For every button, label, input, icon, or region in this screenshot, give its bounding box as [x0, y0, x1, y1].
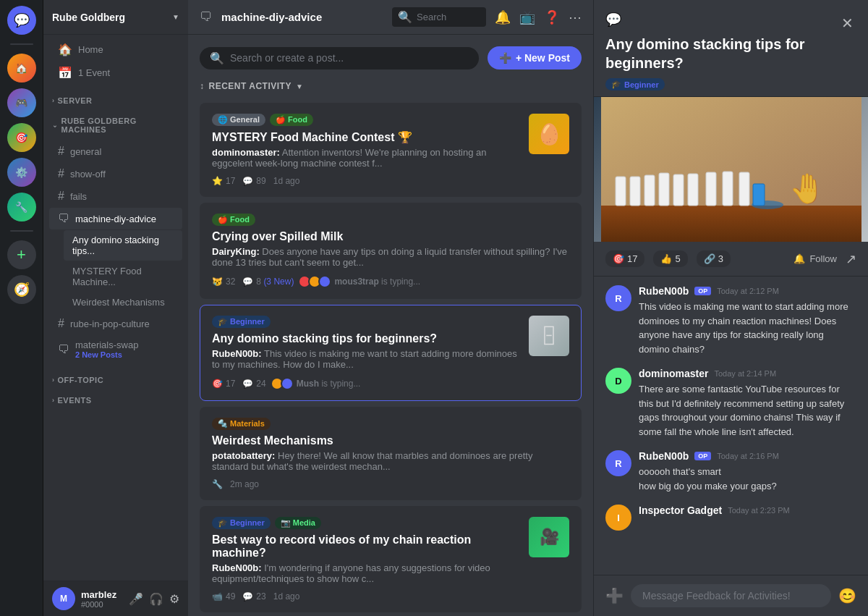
help-icon[interactable]: ❓ — [544, 9, 560, 25]
right-panel-title-row: 💬 ✕ — [605, 12, 856, 35]
svg-text:🤚: 🤚 — [789, 171, 825, 206]
sidebar-item-pop-culture[interactable]: # rube-in-pop-culture — [49, 313, 182, 334]
explore-button[interactable]: 🧭 — [7, 275, 36, 304]
server-icon-4[interactable]: ⚙️ — [7, 158, 36, 187]
share-button[interactable]: ↗ — [846, 251, 856, 267]
icon-bar: 💬 🏠 🎮 🎯 ⚙️ 🔧 + 🧭 — [0, 0, 43, 616]
inbox-icon[interactable]: 📺 — [519, 9, 535, 25]
channels-section: # general # show-off # fails 🗨 machine-d… — [43, 137, 188, 367]
sidebar-sub-weirdest[interactable]: Weirdest Mechanisms — [64, 292, 182, 312]
forum-search-bar[interactable]: 🔍 — [200, 47, 479, 69]
new-post-button[interactable]: ➕ + New Post — [488, 46, 582, 69]
weirdest-reaction: 🔧 — [212, 479, 223, 489]
forum-icon: 🗨 — [58, 212, 69, 225]
post-card-domino[interactable]: 🎓 Beginner Any domino stacking tips for … — [200, 305, 582, 401]
new-post-icon: ➕ — [499, 52, 511, 64]
sort-icon: ↕ — [200, 81, 205, 91]
server-icon-5[interactable]: 🔧 — [7, 193, 36, 221]
svg-rect-6 — [673, 174, 684, 206]
sidebar-item-machine-diy[interactable]: 🗨 machine-diy-advice — [49, 208, 182, 229]
svg-rect-4 — [644, 175, 655, 206]
msg-header-ruben-1: RubeN00b OP Today at 2:12 PM — [639, 285, 856, 297]
post-milk-title: Crying over Spilled Milk — [212, 230, 569, 243]
follow-label: Follow — [809, 253, 837, 264]
reaction-btn-2[interactable]: 👍 5 — [653, 250, 687, 267]
sidebar-item-home[interactable]: 🏠 Home — [49, 38, 182, 61]
notification-icon[interactable]: 🔔 — [495, 9, 511, 25]
post-record-thumb: 🎥 — [529, 517, 569, 557]
discord-logo[interactable]: 💬 — [7, 6, 36, 35]
reaction-btn-3[interactable]: 🔗 3 — [697, 250, 731, 267]
hash-icon-2: # — [58, 167, 64, 180]
post-card-record[interactable]: 🎓 Beginner 📷 Media Best way to record vi… — [200, 506, 582, 612]
server-chevron: ▼ — [172, 13, 179, 21]
domino-svg: 🤚 — [601, 97, 861, 242]
sidebar-category-events[interactable]: › EVENTS — [43, 387, 188, 408]
icon-bar-divider — [10, 43, 33, 45]
forum-toolbar: 🔍 ➕ + New Post — [200, 46, 582, 69]
sidebar-category-off-topic[interactable]: › OFF-TOPIC — [43, 367, 188, 387]
sidebar-category-rube-chevron: ⌄ — [52, 122, 59, 129]
msg-body-ruben-2: RubeN00b OP Today at 2:16 PM oooooh that… — [639, 450, 856, 493]
svg-rect-9 — [723, 172, 733, 206]
milk-comments: 💬8 (3 New) — [242, 277, 294, 287]
sidebar-sub-mystery-food[interactable]: MYSTERY Food Machine... — [64, 261, 182, 292]
footer-icons: 🎤 🎧 ⚙ — [129, 592, 179, 606]
mic-icon[interactable]: 🎤 — [129, 592, 143, 606]
msg-header-inspector-1: Inspector Gadget Today at 2:23 PM — [639, 505, 856, 516]
reaction-emoji-1: 🎯 — [613, 253, 624, 264]
recent-activity-arrow: ▼ — [296, 83, 303, 90]
svg-rect-1 — [601, 206, 861, 242]
sidebar-category-server[interactable]: › SERVER — [43, 88, 188, 108]
server-header[interactable]: Rube Goldberg ▼ — [43, 0, 188, 35]
message-input[interactable] — [642, 590, 820, 602]
sidebar-item-general[interactable]: # general — [49, 140, 182, 162]
message-inspector-1: I Inspector Gadget Today at 2:23 PM — [605, 505, 856, 531]
post-record-tags: 🎓 Beginner 📷 Media — [212, 517, 520, 529]
msg-text-domino-1: There are some fantastic YouTube resourc… — [639, 382, 856, 439]
panel-close-button[interactable]: ✕ — [838, 12, 856, 35]
sidebar-item-events[interactable]: 📅 1 Event — [49, 62, 182, 84]
server-icon-1[interactable]: 🏠 — [7, 54, 36, 83]
msg-text-ruben-1: This video is making me want to start ad… — [639, 300, 856, 356]
user-tag: #0000 — [81, 600, 116, 609]
recent-activity-bar[interactable]: ↕ RECENT ACTIVITY ▼ — [200, 81, 582, 91]
settings-icon[interactable]: ⚙ — [169, 592, 179, 606]
server-icon-3[interactable]: 🎯 — [7, 123, 36, 152]
tag-food-2: 🍎 Food — [212, 214, 255, 226]
sidebar-item-materials-swap[interactable]: 🗨 materials-swap 2 New Posts — [49, 335, 182, 363]
domino-typing: Mush is typing... — [273, 377, 361, 390]
channel-machinediy-label: machine-diy-advice — [75, 214, 156, 224]
right-panel: 💬 ✕ Any domino stacking tips for beginne… — [593, 0, 868, 616]
category-events-label: EVENTS — [58, 396, 92, 405]
panel-title: Any domino stacking tips for beginners? — [605, 35, 856, 72]
sidebar-item-show-off[interactable]: # show-off — [49, 163, 182, 185]
sidebar-item-fails[interactable]: # fails — [49, 185, 182, 207]
tag-beginner: 🎓 Beginner — [212, 316, 271, 328]
header-search-input[interactable] — [417, 12, 480, 22]
svg-rect-3 — [630, 177, 640, 206]
emoji-button[interactable]: 😊 — [838, 587, 856, 604]
post-card-weirdest[interactable]: 🔩 Materials Weirdest Mechanisms potatoba… — [200, 407, 582, 500]
category-rube-label: RUBE GOLDBERG MACHINES — [61, 117, 180, 134]
sidebar-sub-any-domino[interactable]: Any domino stacking tips... — [64, 230, 182, 261]
post-card-spilled-milk[interactable]: 🍎 Food Crying over Spilled Milk DairyKin… — [200, 203, 582, 299]
channel-name-header: machine-diy-advice — [221, 11, 322, 23]
server-icon-2[interactable]: 🎮 — [7, 88, 36, 117]
sidebar-category-rube[interactable]: ⌄ RUBE GOLDBERG MACHINES — [43, 108, 188, 137]
channel-fails-label: fails — [70, 191, 87, 202]
reaction-btn-1[interactable]: 🎯 17 — [605, 250, 644, 267]
forum-search-input[interactable] — [230, 52, 469, 64]
post-card-mystery-food[interactable]: 🌐 General 🍎 Food MYSTERY Food Machine Co… — [200, 103, 582, 197]
headphone-icon[interactable]: 🎧 — [149, 592, 163, 606]
add-server-button[interactable]: + — [7, 240, 36, 269]
header-search-bar[interactable]: 🔍 — [392, 7, 486, 27]
follow-button[interactable]: 🔔 Follow — [793, 253, 837, 264]
svg-rect-10 — [739, 172, 749, 206]
mystery-time: 1d ago — [273, 176, 300, 186]
msg-time-ruben-2: Today at 2:16 PM — [717, 452, 779, 460]
channel-popculture-label: rube-in-pop-culture — [70, 318, 150, 329]
add-attachment-button[interactable]: ➕ — [605, 587, 624, 604]
more-icon[interactable]: ⋯ — [569, 9, 582, 25]
user-info: marblez #0000 — [81, 589, 116, 609]
